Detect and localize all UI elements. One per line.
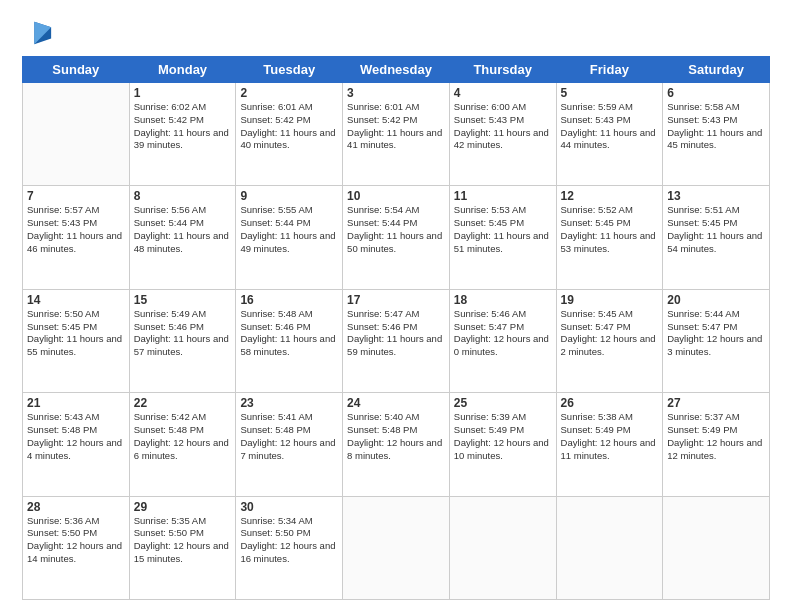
cell-details: Sunrise: 5:34 AMSunset: 5:50 PMDaylight:… — [240, 515, 338, 566]
calendar-cell: 1Sunrise: 6:02 AMSunset: 5:42 PMDaylight… — [129, 83, 236, 186]
day-number: 26 — [561, 396, 659, 410]
day-number: 16 — [240, 293, 338, 307]
calendar-cell — [23, 83, 130, 186]
weekday-header-saturday: Saturday — [663, 57, 770, 83]
cell-details: Sunrise: 5:54 AMSunset: 5:44 PMDaylight:… — [347, 204, 445, 255]
cell-details: Sunrise: 5:56 AMSunset: 5:44 PMDaylight:… — [134, 204, 232, 255]
cell-details: Sunrise: 5:49 AMSunset: 5:46 PMDaylight:… — [134, 308, 232, 359]
cell-details: Sunrise: 5:42 AMSunset: 5:48 PMDaylight:… — [134, 411, 232, 462]
page: SundayMondayTuesdayWednesdayThursdayFrid… — [0, 0, 792, 612]
calendar-cell: 12Sunrise: 5:52 AMSunset: 5:45 PMDayligh… — [556, 186, 663, 289]
calendar-cell: 28Sunrise: 5:36 AMSunset: 5:50 PMDayligh… — [23, 496, 130, 599]
cell-details: Sunrise: 5:39 AMSunset: 5:49 PMDaylight:… — [454, 411, 552, 462]
cell-details: Sunrise: 5:44 AMSunset: 5:47 PMDaylight:… — [667, 308, 765, 359]
calendar-cell: 24Sunrise: 5:40 AMSunset: 5:48 PMDayligh… — [343, 393, 450, 496]
day-number: 3 — [347, 86, 445, 100]
day-number: 6 — [667, 86, 765, 100]
weekday-header-friday: Friday — [556, 57, 663, 83]
day-number: 19 — [561, 293, 659, 307]
cell-details: Sunrise: 6:01 AMSunset: 5:42 PMDaylight:… — [347, 101, 445, 152]
day-number: 7 — [27, 189, 125, 203]
day-number: 9 — [240, 189, 338, 203]
day-number: 24 — [347, 396, 445, 410]
cell-details: Sunrise: 5:48 AMSunset: 5:46 PMDaylight:… — [240, 308, 338, 359]
weekday-header-sunday: Sunday — [23, 57, 130, 83]
calendar-cell: 22Sunrise: 5:42 AMSunset: 5:48 PMDayligh… — [129, 393, 236, 496]
calendar-cell: 27Sunrise: 5:37 AMSunset: 5:49 PMDayligh… — [663, 393, 770, 496]
day-number: 23 — [240, 396, 338, 410]
calendar-cell: 3Sunrise: 6:01 AMSunset: 5:42 PMDaylight… — [343, 83, 450, 186]
day-number: 1 — [134, 86, 232, 100]
cell-details: Sunrise: 6:00 AMSunset: 5:43 PMDaylight:… — [454, 101, 552, 152]
calendar-week-1: 1Sunrise: 6:02 AMSunset: 5:42 PMDaylight… — [23, 83, 770, 186]
cell-details: Sunrise: 5:52 AMSunset: 5:45 PMDaylight:… — [561, 204, 659, 255]
cell-details: Sunrise: 5:36 AMSunset: 5:50 PMDaylight:… — [27, 515, 125, 566]
calendar-cell — [449, 496, 556, 599]
day-number: 22 — [134, 396, 232, 410]
calendar-week-5: 28Sunrise: 5:36 AMSunset: 5:50 PMDayligh… — [23, 496, 770, 599]
day-number: 27 — [667, 396, 765, 410]
cell-details: Sunrise: 5:41 AMSunset: 5:48 PMDaylight:… — [240, 411, 338, 462]
day-number: 13 — [667, 189, 765, 203]
calendar-cell: 29Sunrise: 5:35 AMSunset: 5:50 PMDayligh… — [129, 496, 236, 599]
day-number: 12 — [561, 189, 659, 203]
calendar-cell: 18Sunrise: 5:46 AMSunset: 5:47 PMDayligh… — [449, 289, 556, 392]
day-number: 11 — [454, 189, 552, 203]
day-number: 2 — [240, 86, 338, 100]
day-number: 18 — [454, 293, 552, 307]
cell-details: Sunrise: 5:58 AMSunset: 5:43 PMDaylight:… — [667, 101, 765, 152]
day-number: 28 — [27, 500, 125, 514]
calendar-week-3: 14Sunrise: 5:50 AMSunset: 5:45 PMDayligh… — [23, 289, 770, 392]
day-number: 15 — [134, 293, 232, 307]
calendar-cell: 25Sunrise: 5:39 AMSunset: 5:49 PMDayligh… — [449, 393, 556, 496]
cell-details: Sunrise: 5:43 AMSunset: 5:48 PMDaylight:… — [27, 411, 125, 462]
calendar-cell: 21Sunrise: 5:43 AMSunset: 5:48 PMDayligh… — [23, 393, 130, 496]
weekday-header-monday: Monday — [129, 57, 236, 83]
calendar-cell: 23Sunrise: 5:41 AMSunset: 5:48 PMDayligh… — [236, 393, 343, 496]
cell-details: Sunrise: 5:37 AMSunset: 5:49 PMDaylight:… — [667, 411, 765, 462]
calendar-cell: 7Sunrise: 5:57 AMSunset: 5:43 PMDaylight… — [23, 186, 130, 289]
calendar-cell: 16Sunrise: 5:48 AMSunset: 5:46 PMDayligh… — [236, 289, 343, 392]
calendar-cell — [556, 496, 663, 599]
calendar-cell: 9Sunrise: 5:55 AMSunset: 5:44 PMDaylight… — [236, 186, 343, 289]
cell-details: Sunrise: 5:40 AMSunset: 5:48 PMDaylight:… — [347, 411, 445, 462]
cell-details: Sunrise: 5:38 AMSunset: 5:49 PMDaylight:… — [561, 411, 659, 462]
calendar-cell: 4Sunrise: 6:00 AMSunset: 5:43 PMDaylight… — [449, 83, 556, 186]
calendar-cell — [343, 496, 450, 599]
calendar-cell: 26Sunrise: 5:38 AMSunset: 5:49 PMDayligh… — [556, 393, 663, 496]
logo-icon — [25, 18, 53, 46]
calendar-cell: 14Sunrise: 5:50 AMSunset: 5:45 PMDayligh… — [23, 289, 130, 392]
logo — [22, 22, 53, 46]
calendar-cell: 15Sunrise: 5:49 AMSunset: 5:46 PMDayligh… — [129, 289, 236, 392]
calendar-cell: 30Sunrise: 5:34 AMSunset: 5:50 PMDayligh… — [236, 496, 343, 599]
calendar-cell: 20Sunrise: 5:44 AMSunset: 5:47 PMDayligh… — [663, 289, 770, 392]
day-number: 8 — [134, 189, 232, 203]
calendar-week-4: 21Sunrise: 5:43 AMSunset: 5:48 PMDayligh… — [23, 393, 770, 496]
cell-details: Sunrise: 5:35 AMSunset: 5:50 PMDaylight:… — [134, 515, 232, 566]
calendar-cell: 13Sunrise: 5:51 AMSunset: 5:45 PMDayligh… — [663, 186, 770, 289]
calendar-week-2: 7Sunrise: 5:57 AMSunset: 5:43 PMDaylight… — [23, 186, 770, 289]
calendar-cell: 8Sunrise: 5:56 AMSunset: 5:44 PMDaylight… — [129, 186, 236, 289]
calendar-cell: 5Sunrise: 5:59 AMSunset: 5:43 PMDaylight… — [556, 83, 663, 186]
day-number: 30 — [240, 500, 338, 514]
day-number: 4 — [454, 86, 552, 100]
calendar-cell: 2Sunrise: 6:01 AMSunset: 5:42 PMDaylight… — [236, 83, 343, 186]
calendar-cell: 11Sunrise: 5:53 AMSunset: 5:45 PMDayligh… — [449, 186, 556, 289]
day-number: 5 — [561, 86, 659, 100]
calendar-cell: 17Sunrise: 5:47 AMSunset: 5:46 PMDayligh… — [343, 289, 450, 392]
day-number: 29 — [134, 500, 232, 514]
day-number: 20 — [667, 293, 765, 307]
cell-details: Sunrise: 5:57 AMSunset: 5:43 PMDaylight:… — [27, 204, 125, 255]
day-number: 17 — [347, 293, 445, 307]
cell-details: Sunrise: 5:53 AMSunset: 5:45 PMDaylight:… — [454, 204, 552, 255]
calendar-cell: 19Sunrise: 5:45 AMSunset: 5:47 PMDayligh… — [556, 289, 663, 392]
cell-details: Sunrise: 5:45 AMSunset: 5:47 PMDaylight:… — [561, 308, 659, 359]
cell-details: Sunrise: 6:02 AMSunset: 5:42 PMDaylight:… — [134, 101, 232, 152]
day-number: 10 — [347, 189, 445, 203]
cell-details: Sunrise: 5:51 AMSunset: 5:45 PMDaylight:… — [667, 204, 765, 255]
calendar-cell: 6Sunrise: 5:58 AMSunset: 5:43 PMDaylight… — [663, 83, 770, 186]
weekday-header-thursday: Thursday — [449, 57, 556, 83]
weekday-header-wednesday: Wednesday — [343, 57, 450, 83]
day-number: 21 — [27, 396, 125, 410]
calendar-cell: 10Sunrise: 5:54 AMSunset: 5:44 PMDayligh… — [343, 186, 450, 289]
